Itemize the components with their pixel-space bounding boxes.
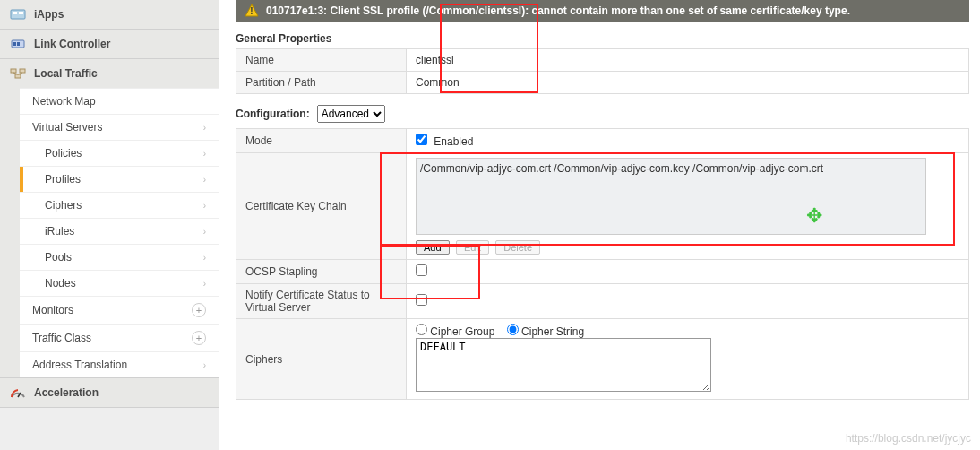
add-button[interactable]: Add [416,240,450,255]
cert-key-chain-label: Certificate Key Chain [236,153,407,260]
ocsp-label: OCSP Stapling [236,260,407,284]
notify-checkbox[interactable] [416,294,427,306]
subnav-label: Network Map [32,95,96,108]
nav-local-traffic[interactable]: Local Traffic Network Map Virtual Server… [0,59,219,378]
svg-rect-7 [20,69,25,73]
configuration-form: Mode Enabled Certificate Key Chain /Comm… [236,128,969,400]
subnav-traffic-class[interactable]: Traffic Class + [20,324,219,351]
subnav-irules[interactable]: iRules › [20,218,219,244]
edit-button: Edit [456,240,489,255]
subnav-nodes[interactable]: Nodes › [20,270,219,296]
chevron-right-icon: › [203,201,206,211]
cipher-group-radio[interactable] [416,324,427,335]
nav-label: Link Controller [34,38,110,50]
svg-rect-8 [15,74,21,78]
configuration-select[interactable]: Advanced [317,105,385,123]
svg-text:!: ! [250,6,253,16]
mode-label: Mode [236,129,407,153]
subnav-pools[interactable]: Pools › [20,244,219,270]
error-banner: ! 010717e1:3: Client SSL profile (/Commo… [236,0,969,22]
cert-key-chain-entry[interactable]: /Common/vip-adjyc-com.crt /Common/vip-ad… [420,162,922,175]
watermark: https://blog.csdn.net/jycjyc [846,432,971,445]
cert-key-chain-listbox[interactable]: /Common/vip-adjyc-com.crt /Common/vip-ad… [416,158,926,235]
subnav-label: Ciphers [45,199,82,212]
cipher-radio-group: Cipher Group Cipher String [416,324,959,338]
cipher-string-radio[interactable] [507,324,519,335]
subnav-label: Address Translation [32,359,127,371]
subnav-profiles[interactable]: Profiles › [20,166,219,192]
partition-label: Partition / Path [236,72,407,94]
subnav-label: Traffic Class [32,332,91,344]
svg-rect-6 [11,69,16,73]
chevron-right-icon: › [203,227,206,237]
nav-label: Local Traffic [34,67,98,80]
configuration-label: Configuration: [236,108,310,120]
name-value: clientssl [407,49,969,72]
cipher-string-textarea[interactable] [416,338,711,392]
configuration-row: Configuration: Advanced [236,105,969,123]
partition-value: Common [407,72,969,94]
nav-iapps[interactable]: iApps [0,0,219,30]
nav-link-controller[interactable]: Link Controller [0,30,219,59]
subnav-ciphers[interactable]: Ciphers › [20,192,219,218]
plus-icon[interactable]: + [192,303,206,317]
local-traffic-icon [9,66,27,81]
ocsp-checkbox[interactable] [416,264,427,276]
acceleration-icon [9,385,27,400]
svg-rect-1 [13,12,17,14]
svg-rect-4 [13,42,16,46]
subnav-label: Monitors [32,304,73,316]
nav-acceleration[interactable]: Acceleration [0,378,219,408]
subnav-policies[interactable]: Policies › [20,140,219,166]
link-controller-icon [9,37,27,51]
chevron-right-icon: › [203,253,206,263]
chevron-right-icon: › [203,149,206,159]
subnav-address-translation[interactable]: Address Translation › [20,351,219,377]
subnav-label: Profiles [45,173,81,186]
chevron-right-icon: › [203,123,206,133]
general-properties-table: Name clientssl Partition / Path Common [236,48,969,94]
error-text: 010717e1:3: Client SSL profile (/Common/… [266,4,850,17]
mode-enabled-text: Enabled [434,135,473,148]
svg-rect-5 [17,42,20,46]
mode-checkbox[interactable] [416,134,427,145]
chevron-right-icon: › [203,175,206,185]
general-properties-title: General Properties [236,32,969,45]
svg-rect-2 [19,12,23,14]
subnav-network-map[interactable]: Network Map [20,88,219,114]
subnav-label: Nodes [45,277,76,290]
subnav-label: Policies [45,147,82,160]
iapps-icon [9,7,27,22]
subnav-label: iRules [45,225,74,238]
sidebar: iApps Link Controller Local Traffic Netw… [0,0,219,450]
warning-icon: ! [245,4,259,18]
chevron-right-icon: › [203,360,206,370]
delete-button: Delete [495,240,540,255]
local-traffic-subnav: Network Map Virtual Servers › Policies ›… [20,88,219,377]
subnav-monitors[interactable]: Monitors + [20,296,219,324]
subnav-label: Pools [45,251,72,264]
notify-label: Notify Certificate Status to Virtual Ser… [236,284,407,319]
chevron-right-icon: › [203,279,206,289]
name-label: Name [236,49,407,72]
ciphers-label: Ciphers [236,319,407,400]
nav-label: iApps [34,8,64,21]
main-content: ! 010717e1:3: Client SSL profile (/Commo… [219,0,980,450]
nav-label: Acceleration [34,386,99,399]
subnav-label: Virtual Servers [32,121,102,134]
plus-icon[interactable]: + [192,331,206,345]
subnav-virtual-servers[interactable]: Virtual Servers › [20,114,219,140]
